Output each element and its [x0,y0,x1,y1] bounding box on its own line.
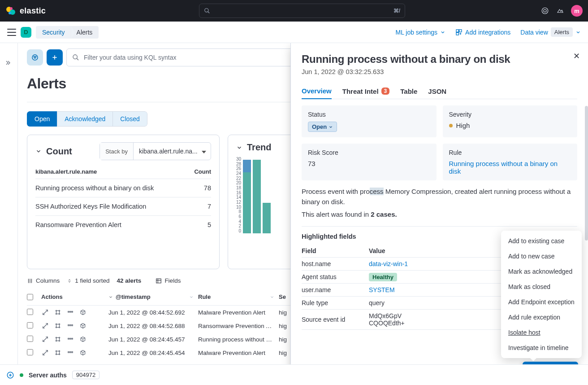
cube-icon[interactable] [79,308,87,316]
analyze-icon[interactable] [54,322,62,330]
cases-count: 2 cases. [371,210,397,218]
chart-bar[interactable] [253,160,261,233]
count-col-count: Count [194,168,211,175]
select-all-checkbox[interactable] [27,294,33,300]
expand-icon[interactable] [41,349,49,357]
close-flyout-button[interactable]: ✕ [573,51,580,61]
risk-card: Risk Score 73 [302,144,437,180]
status-tab-open[interactable]: Open [27,111,57,127]
svg-line-5 [208,12,210,13]
scrollbar[interactable] [585,106,588,241]
expand-sidebar-icon[interactable] [5,59,13,66]
timeline-name[interactable]: Server auths [29,372,67,379]
cube-icon[interactable] [79,322,87,330]
svg-point-4 [205,9,208,12]
y-tick: 18 [236,186,241,190]
space-selector[interactable]: D [21,27,31,38]
nav-menu-toggle[interactable] [7,29,16,36]
y-tick: 16 [236,191,241,195]
expand-icon[interactable] [41,322,49,330]
svg-rect-53 [72,325,73,326]
rule-link[interactable]: Running process without a binary on disk [449,160,571,175]
expand-icon[interactable] [41,308,49,316]
tab-overview[interactable]: Overview [302,83,332,99]
chart-bar[interactable] [243,160,251,233]
status-tab-acknowledged[interactable]: Acknowledged [57,111,113,127]
newsfeed-icon[interactable] [556,6,565,15]
chevron-down-icon [270,295,279,299]
row-checkbox[interactable] [27,336,33,342]
row-checkbox[interactable] [27,322,33,328]
analyze-icon[interactable] [54,349,62,357]
menu-item[interactable]: Mark as acknowledged [501,264,582,279]
add-filter-button[interactable] [47,49,63,66]
count-row[interactable]: SSH Authorized Keys File Modification 7 [35,197,211,216]
help-icon[interactable] [540,6,549,15]
columns-button[interactable]: Columns [27,277,60,284]
row-checkbox[interactable] [27,309,33,315]
row-timestamp: Jun 1, 2022 @ 08:24:45.457 [108,336,198,343]
menu-item[interactable]: Add Endpoint exception [501,294,582,310]
user-avatar[interactable]: m [571,5,583,17]
expand-icon[interactable] [41,335,49,343]
menu-item[interactable]: Mark as closed [501,279,582,294]
session-icon[interactable] [66,308,74,316]
chevron-down-icon[interactable] [236,144,242,151]
session-icon[interactable] [66,335,74,343]
alert-count-label: 42 alerts [117,277,142,284]
tab-json[interactable]: JSON [428,83,446,99]
sort-button[interactable]: 1 field sorted [67,277,109,284]
svg-point-59 [56,340,56,341]
timeline-count: 904972 [72,371,99,379]
status-select[interactable]: Open [308,122,337,132]
row-checkbox[interactable] [27,349,33,355]
hf-value-link[interactable]: data-viz-win-1 [369,260,408,267]
cube-icon[interactable] [79,335,87,343]
count-row[interactable]: Running process without a binary on disk… [35,179,211,197]
global-search[interactable]: ⌘/ [199,4,405,18]
status-dot-icon [20,373,23,377]
count-row[interactable]: Ransomware Prevention Alert 5 [35,216,211,234]
svg-line-42 [43,326,45,328]
analyze-icon[interactable] [54,335,62,343]
col-timestamp[interactable]: @timestamp [108,293,198,300]
stack-by-select[interactable]: Stack by kibana.alert.rule.na... [99,142,211,160]
menu-item[interactable]: Investigate in timeline [501,340,582,355]
svg-point-58 [59,337,60,338]
add-timeline-button[interactable] [6,371,14,379]
menu-item[interactable]: Add to existing case [501,233,582,249]
svg-rect-81 [72,352,73,353]
flyout-timestamp: Jun 1, 2022 @ 03:32:25.633 [302,68,577,75]
brand-logo[interactable]: elastic [5,5,46,16]
cube-icon[interactable] [79,349,87,357]
ml-job-settings-button[interactable]: ML job settings [395,29,445,36]
svg-line-28 [43,312,45,315]
y-tick: 30 [236,157,241,162]
hf-value-link[interactable]: SYSTEM [369,286,395,293]
tab-table[interactable]: Table [400,83,417,99]
svg-rect-79 [68,352,69,353]
menu-item[interactable]: Add rule exception [501,310,582,325]
add-integrations-button[interactable]: Add integrations [455,29,510,36]
svg-point-57 [56,337,56,338]
status-tab-closed[interactable]: Closed [112,111,147,127]
session-icon[interactable] [66,349,74,357]
count-row-name: Ransomware Prevention Alert [35,221,121,228]
hf-col-field: Field [302,247,369,254]
y-tick: 14 [236,195,241,200]
chevron-down-icon[interactable] [35,148,42,154]
svg-rect-37 [68,311,69,312]
tab-threat-intel[interactable]: Threat Intel 3 [342,83,390,99]
fields-button[interactable]: Fields [156,277,181,284]
data-view-button[interactable]: Data view Alerts [520,27,581,37]
analyze-icon[interactable] [54,308,62,316]
chart-bar[interactable] [263,203,271,233]
menu-item[interactable]: Isolate host [501,325,582,340]
session-icon[interactable] [66,322,74,330]
breadcrumb-app[interactable]: Security [36,26,71,39]
saved-query-button[interactable] [27,49,43,66]
col-rule[interactable]: Rule [198,293,279,300]
svg-rect-52 [70,325,71,326]
menu-item[interactable]: Add to new case [501,249,582,264]
sort-icon [67,278,72,284]
